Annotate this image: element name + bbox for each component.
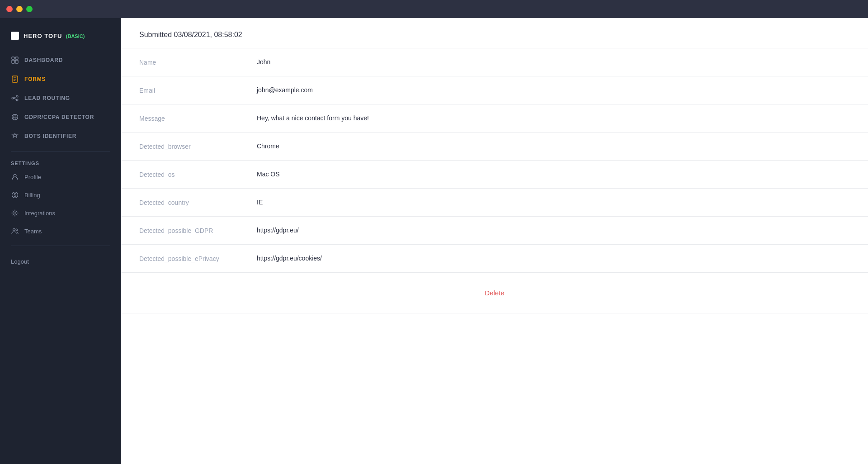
titlebar: [0, 0, 868, 18]
minimize-button[interactable]: [16, 6, 23, 12]
logout-label: Logout: [11, 258, 29, 265]
svg-line-11: [14, 97, 16, 98]
field-label: Detected_possible_ePrivacy: [139, 255, 257, 262]
table-row: Emailjohn@example.com: [121, 76, 868, 104]
sidebar-item-gdpr[interactable]: GDPR/CCPA DETECTOR: [0, 108, 121, 127]
svg-rect-1: [15, 57, 18, 59]
field-value: https://gdpr.eu/: [257, 227, 850, 234]
teams-label: Teams: [24, 228, 42, 235]
svg-point-21: [16, 229, 18, 231]
sidebar-item-teams[interactable]: Teams: [0, 222, 121, 240]
lead-routing-label: LEAD ROUTING: [24, 95, 70, 101]
field-value: Hey, what a nice contact form you have!: [257, 114, 850, 122]
field-value: IE: [257, 199, 850, 206]
sidebar-item-billing[interactable]: $ Billing: [0, 186, 121, 204]
sidebar-item-bots[interactable]: BOTS IDENTIFIER: [0, 127, 121, 146]
dashboard-label: DASHBOARD: [24, 57, 63, 63]
field-value: https://gdpr.eu/cookies/: [257, 255, 850, 262]
divider-1: [11, 151, 110, 152]
svg-point-9: [16, 95, 18, 97]
field-label: Detected_browser: [139, 142, 257, 150]
sidebar-item-integrations[interactable]: Integrations: [0, 204, 121, 222]
brand: HERO TOFU (BASIC): [0, 27, 121, 51]
svg-text:$: $: [14, 193, 16, 198]
field-value: john@example.com: [257, 86, 850, 94]
brand-plan: (BASIC): [66, 33, 85, 39]
table-row: Detected_possible_ePrivacyhttps://gdpr.e…: [121, 245, 868, 273]
delete-button[interactable]: Delete: [485, 289, 504, 297]
table-row: Detected_possible_GDPRhttps://gdpr.eu/: [121, 217, 868, 245]
integrations-label: Integrations: [24, 210, 55, 217]
maximize-button[interactable]: [26, 6, 33, 12]
svg-point-20: [13, 229, 15, 231]
main-content: Submitted 03/08/2021, 08:58:02 NameJohnE…: [121, 18, 868, 464]
profile-icon: [11, 173, 19, 181]
billing-label: Billing: [24, 192, 40, 199]
svg-point-10: [16, 99, 18, 101]
field-label: Message: [139, 114, 257, 122]
brand-icon: [11, 32, 19, 40]
delete-section: Delete: [121, 273, 868, 313]
logout-button[interactable]: Logout: [0, 253, 121, 270]
bots-icon: [11, 132, 19, 140]
table-row: NameJohn: [121, 48, 868, 76]
forms-icon: [11, 75, 19, 83]
content-area: Submitted 03/08/2021, 08:58:02 NameJohnE…: [121, 18, 868, 464]
bots-label: BOTS IDENTIFIER: [24, 133, 76, 139]
svg-point-8: [12, 97, 14, 99]
sidebar-item-dashboard[interactable]: DASHBOARD: [0, 51, 121, 70]
submission-header: Submitted 03/08/2021, 08:58:02: [121, 18, 868, 48]
field-value: Mac OS: [257, 170, 850, 178]
table-row: Detected_osMac OS: [121, 161, 868, 189]
forms-label: FORMS: [24, 76, 46, 82]
brand-name: HERO TOFU: [24, 33, 62, 39]
divider-2: [11, 246, 110, 246]
gdpr-icon: [11, 113, 19, 121]
field-label: Name: [139, 58, 257, 66]
field-label: Email: [139, 86, 257, 94]
field-value: John: [257, 58, 850, 66]
table-row: Detected_countryIE: [121, 189, 868, 217]
lead-routing-icon: [11, 94, 19, 102]
profile-label: Profile: [24, 174, 41, 180]
integrations-icon: [11, 209, 19, 217]
svg-point-19: [14, 212, 16, 214]
billing-icon: $: [11, 191, 19, 199]
gdpr-label: GDPR/CCPA DETECTOR: [24, 114, 94, 120]
svg-rect-0: [12, 57, 14, 59]
data-table: NameJohnEmailjohn@example.comMessageHey,…: [121, 48, 868, 273]
svg-rect-3: [15, 60, 18, 63]
table-row: MessageHey, what a nice contact form you…: [121, 104, 868, 133]
teams-icon: [11, 227, 19, 235]
field-label: Detected_os: [139, 170, 257, 178]
dashboard-icon: [11, 56, 19, 64]
app-body: HERO TOFU (BASIC) DASHBOARD: [0, 18, 868, 464]
field-label: Detected_country: [139, 199, 257, 206]
svg-line-12: [14, 98, 16, 99]
svg-rect-2: [12, 60, 14, 63]
sidebar-item-lead-routing[interactable]: LEAD ROUTING: [0, 89, 121, 108]
sidebar: HERO TOFU (BASIC) DASHBOARD: [0, 18, 121, 464]
submission-title: Submitted 03/08/2021, 08:58:02: [139, 31, 242, 38]
sidebar-item-profile[interactable]: Profile: [0, 168, 121, 186]
field-label: Detected_possible_GDPR: [139, 227, 257, 234]
close-button[interactable]: [6, 6, 13, 12]
settings-heading: SETTINGS: [0, 157, 121, 168]
table-row: Detected_browserChrome: [121, 133, 868, 161]
field-value: Chrome: [257, 142, 850, 150]
sidebar-item-forms[interactable]: FORMS: [0, 70, 121, 89]
